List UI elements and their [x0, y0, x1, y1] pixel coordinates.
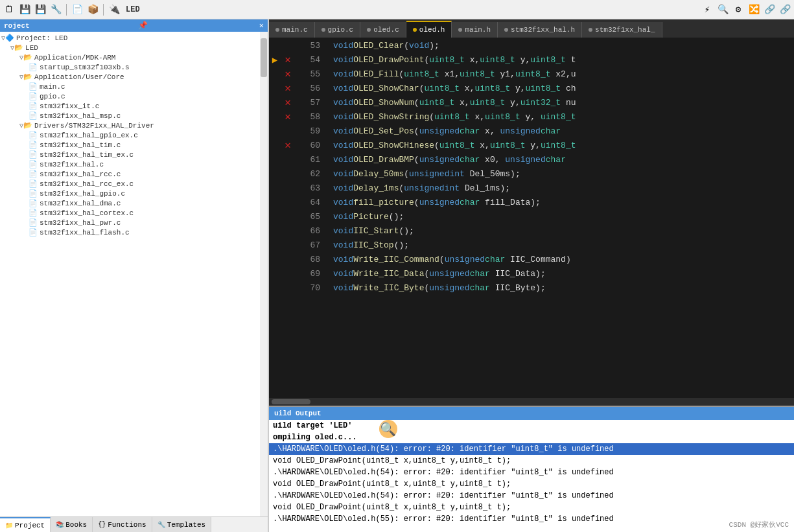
- toolbar-icon-9[interactable]: 🔍: [716, 3, 729, 16]
- build-search-icon[interactable]: 🔍: [379, 420, 397, 438]
- arrow-mark-59: [269, 124, 281, 139]
- breakpoint-65[interactable]: [281, 210, 295, 224]
- breakpoint-55[interactable]: ✕: [281, 67, 295, 82]
- breakpoint-57[interactable]: ✕: [281, 96, 295, 110]
- breakpoint-60[interactable]: ✕: [281, 139, 295, 153]
- breakpoint-67[interactable]: [281, 238, 295, 253]
- line-number-66: 66: [295, 224, 325, 238]
- breakpoint-59[interactable]: [281, 124, 295, 139]
- tree-item[interactable]: ▽ 📂Application/MDK-ARM: [0, 52, 260, 62]
- line-number-61: 61: [295, 153, 325, 167]
- breakpoint-62[interactable]: [281, 167, 295, 181]
- breakpoint-64[interactable]: [281, 196, 295, 210]
- project-tree: ▽ 🔷Project: LED▽ 📂LED▽ 📂Application/MDK-…: [0, 32, 260, 516]
- tree-item[interactable]: ▽ 📂Drivers/STM32F1xx_HAL_Driver: [0, 121, 260, 130]
- toolbar-icon-4[interactable]: 🔧: [49, 3, 62, 16]
- arrow-mark-66: [269, 224, 281, 238]
- build-output[interactable]: uild target 'LED'ompiling oled.c....\HAR…: [269, 420, 794, 532]
- toolbar-icon-7[interactable]: 🔌: [108, 3, 121, 16]
- line-number-63: 63: [295, 181, 325, 196]
- breakpoint-58[interactable]: ✕: [281, 110, 295, 124]
- left-tab-templates[interactable]: 🔧Templates: [152, 517, 211, 532]
- tree-item[interactable]: 📄stm32f1xx_it.c: [0, 101, 260, 111]
- horiz-scrollbar[interactable]: [269, 398, 794, 406]
- line-gutter: 535455565758596061626364656667686970: [295, 38, 331, 398]
- toolbar-icon-6[interactable]: 📦: [86, 3, 99, 16]
- code-line-60: void OLED_ShowCHinese(uint8_t x,uint8_t …: [331, 139, 794, 153]
- breakpoint-63[interactable]: [281, 181, 295, 196]
- tree-item[interactable]: ▽ 📂LED: [0, 43, 260, 52]
- output-line[interactable]: .\HARDWARE\OLED\oled.h(54): error: #20: …: [269, 443, 794, 455]
- toolbar-icon-11[interactable]: 🔀: [747, 3, 760, 16]
- toolbar-icon-10[interactable]: ⚙️: [732, 3, 745, 16]
- tree-item[interactable]: 📄gpio.c: [0, 91, 260, 101]
- left-panel-title: roject: [4, 22, 30, 30]
- line-number-57: 57: [295, 96, 325, 110]
- tree-item[interactable]: 📄stm32f1xx_hal_gpio.c: [0, 189, 260, 198]
- tree-item[interactable]: 📄main.c: [0, 82, 260, 91]
- toolbar-icon-5[interactable]: 📄: [71, 3, 84, 16]
- tree-item[interactable]: 📄stm32f1xx_hal_cortex.c: [0, 208, 260, 218]
- left-panel-tabs: 📁Project📚Books{}Functions🔧Templates: [0, 516, 268, 532]
- code-line-70: void Write_IIC_Byte(unsigned char IIC_By…: [331, 281, 794, 295]
- breakpoint-61[interactable]: [281, 153, 295, 167]
- arrow-mark-69: [269, 267, 281, 281]
- tree-item[interactable]: 📄stm32f1xx_hal_gpio_ex.c: [0, 130, 260, 140]
- tree-item[interactable]: 📄stm32f1xx_hal_rcc.c: [0, 169, 260, 179]
- line-number-59: 59: [295, 124, 325, 139]
- left-tab-books[interactable]: 📚Books: [51, 517, 93, 532]
- tree-item[interactable]: ▽ 🔷Project: LED: [0, 33, 260, 43]
- tree-item[interactable]: 📄stm32f1xx_hal_pwr.c: [0, 218, 260, 227]
- code-line-68: void Write_IIC_Command(unsigned char IIC…: [331, 253, 794, 267]
- tree-item[interactable]: 📄stm32f1xx_hal_msp.c: [0, 111, 260, 121]
- toolbar-icon-13[interactable]: 🔗: [778, 3, 791, 16]
- file-tab-main-c[interactable]: main.c: [269, 22, 315, 38]
- code-line-64: void fill_picture(unsigned char fill_Dat…: [331, 196, 794, 210]
- bottom-panel: uild Output uild target 'LED'ompiling ol…: [269, 406, 794, 532]
- tree-item[interactable]: 📄stm32f1xx_hal_tim.c: [0, 140, 260, 150]
- line-number-56: 56: [295, 82, 325, 96]
- file-tab-main-h[interactable]: main.h: [452, 22, 498, 38]
- file-tab-gpio-c[interactable]: gpio.c: [315, 22, 361, 38]
- file-tab-stm32f1xx_hal_[interactable]: stm32f1xx_hal_: [582, 22, 662, 38]
- breakpoint-70[interactable]: [281, 281, 295, 295]
- toolbar-title: LED: [126, 5, 140, 14]
- code-area: ▶ ✕✕✕✕✕✕ 5354555657585960616263646566676…: [269, 38, 794, 398]
- left-tab-functions[interactable]: {}Functions: [93, 517, 152, 532]
- code-line-66: void IIC_Start();: [331, 224, 794, 238]
- code-line-54: void OLED_DrawPoint(uint8_t x,uint8_t y,…: [331, 53, 794, 67]
- tree-item[interactable]: ▽ 📂Application/User/Core: [0, 72, 260, 82]
- toolbar-icon-3[interactable]: 💾: [34, 3, 47, 16]
- tree-scrollbar[interactable]: [260, 32, 268, 516]
- file-tab-oled-c[interactable]: oled.c: [360, 22, 406, 38]
- breakpoint-68[interactable]: [281, 253, 295, 267]
- toolbar-icon-8[interactable]: ⚡: [701, 3, 714, 16]
- tree-item[interactable]: 📄stm32f1xx_hal_dma.c: [0, 198, 260, 208]
- breakpoint-54[interactable]: ✕: [281, 53, 295, 67]
- tree-item[interactable]: 📄startup_stm32f103xb.s: [0, 62, 260, 72]
- left-panel: roject 📌 ✕ ▽ 🔷Project: LED▽ 📂LED▽ 📂Appli…: [0, 19, 269, 532]
- left-tab-project[interactable]: 📁Project: [0, 517, 51, 532]
- toolbar-icon-1[interactable]: 🗒: [3, 3, 16, 16]
- breakpoint-66[interactable]: [281, 224, 295, 238]
- output-line: void OLED_DrawPoint(uint8_t x,uint8_t y,…: [269, 478, 794, 490]
- toolbar: 🗒 💾 💾 🔧 📄 📦 🔌 LED ⚡ 🔍 ⚙️ 🔀 🔗 🔗: [0, 0, 794, 19]
- code-line-65: void Picture();: [331, 210, 794, 224]
- breakpoint-56[interactable]: ✕: [281, 82, 295, 96]
- code-content[interactable]: void OLED_Clear(void);void OLED_DrawPoin…: [331, 38, 794, 398]
- tree-item[interactable]: 📄stm32f1xx_hal_rcc_ex.c: [0, 179, 260, 189]
- tree-item[interactable]: 📄stm32f1xx_hal.c: [0, 159, 260, 169]
- arrow-mark-63: [269, 181, 281, 196]
- arrow-mark-61: [269, 153, 281, 167]
- left-panel-pin-icon[interactable]: 📌: [138, 21, 148, 30]
- file-tab-oled-h[interactable]: oled.h: [406, 21, 452, 38]
- breakpoint-69[interactable]: [281, 267, 295, 281]
- tree-scrollbar-thumb: [261, 38, 267, 77]
- toolbar-icon-2[interactable]: 💾: [18, 3, 31, 16]
- tree-item[interactable]: 📄stm32f1xx_hal_tim_ex.c: [0, 150, 260, 159]
- tree-item[interactable]: 📄stm32f1xx_hal_flash.c: [0, 227, 260, 237]
- left-panel-close-button[interactable]: ✕: [259, 21, 264, 30]
- toolbar-icon-12[interactable]: 🔗: [763, 3, 776, 16]
- file-tab-stm32f1xx_hal-h[interactable]: stm32f1xx_hal.h: [498, 22, 582, 38]
- breakpoint-53[interactable]: [281, 39, 295, 53]
